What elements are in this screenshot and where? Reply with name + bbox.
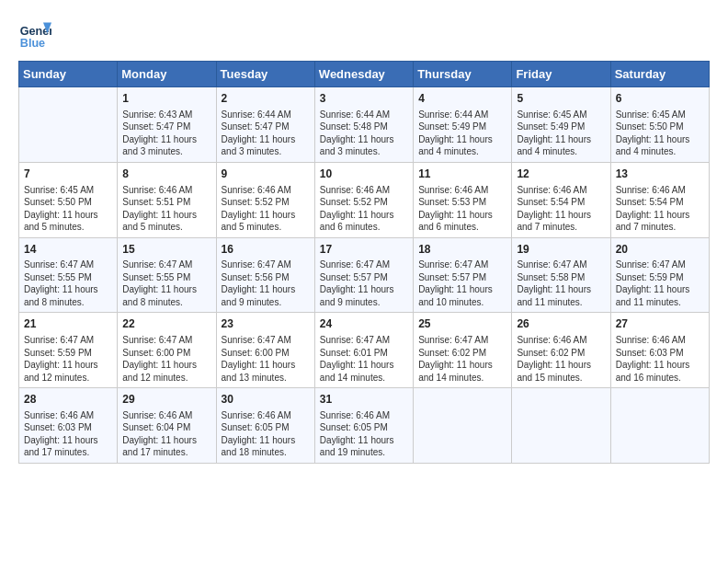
cell-sun-info: Sunrise: 6:46 AMSunset: 5:54 PMDaylight:… <box>616 184 704 234</box>
day-number: 29 <box>122 392 210 408</box>
calendar-cell: 21Sunrise: 6:47 AMSunset: 5:59 PMDayligh… <box>19 313 118 388</box>
calendar-cell: 3Sunrise: 6:44 AMSunset: 5:48 PMDaylight… <box>314 87 413 163</box>
day-number: 5 <box>517 91 605 107</box>
cell-sun-info: Sunrise: 6:46 AMSunset: 6:02 PMDaylight:… <box>517 334 605 384</box>
svg-text:Blue: Blue <box>20 37 45 50</box>
cell-sun-info: Sunrise: 6:47 AMSunset: 5:55 PMDaylight:… <box>122 259 210 308</box>
cell-sun-info: Sunrise: 6:47 AMSunset: 6:02 PMDaylight:… <box>418 334 506 384</box>
calendar-cell: 30Sunrise: 6:46 AMSunset: 6:05 PMDayligh… <box>216 388 314 464</box>
calendar-week-5: 28Sunrise: 6:46 AMSunset: 6:03 PMDayligh… <box>19 388 710 464</box>
day-number: 16 <box>222 242 310 258</box>
cell-sun-info: Sunrise: 6:47 AMSunset: 6:00 PMDaylight:… <box>122 334 210 384</box>
cell-sun-info: Sunrise: 6:47 AMSunset: 5:57 PMDaylight:… <box>320 259 408 308</box>
calendar-cell: 8Sunrise: 6:46 AMSunset: 5:51 PMDaylight… <box>118 162 216 237</box>
calendar-cell: 27Sunrise: 6:46 AMSunset: 6:03 PMDayligh… <box>610 313 709 388</box>
day-number: 11 <box>418 167 506 182</box>
day-number: 31 <box>320 392 408 408</box>
calendar-cell: 19Sunrise: 6:47 AMSunset: 5:58 PMDayligh… <box>512 237 610 313</box>
cell-sun-info: Sunrise: 6:46 AMSunset: 6:03 PMDaylight:… <box>616 334 704 384</box>
calendar-cell: 11Sunrise: 6:46 AMSunset: 5:53 PMDayligh… <box>414 162 512 237</box>
calendar-cell <box>414 388 512 464</box>
cell-sun-info: Sunrise: 6:47 AMSunset: 5:56 PMDaylight:… <box>222 259 310 308</box>
day-number: 23 <box>222 316 310 332</box>
day-number: 14 <box>24 242 112 258</box>
day-number: 22 <box>122 316 210 332</box>
day-header-sunday: Sunday <box>19 62 118 87</box>
calendar-cell: 10Sunrise: 6:46 AMSunset: 5:52 PMDayligh… <box>314 162 413 237</box>
cell-sun-info: Sunrise: 6:45 AMSunset: 5:50 PMDaylight:… <box>616 109 704 158</box>
day-number: 13 <box>616 167 704 182</box>
cell-sun-info: Sunrise: 6:47 AMSunset: 5:59 PMDaylight:… <box>616 259 704 308</box>
calendar-cell: 4Sunrise: 6:44 AMSunset: 5:49 PMDaylight… <box>414 87 512 163</box>
day-number: 26 <box>517 316 605 332</box>
calendar-week-3: 14Sunrise: 6:47 AMSunset: 5:55 PMDayligh… <box>19 237 710 313</box>
cell-sun-info: Sunrise: 6:45 AMSunset: 5:49 PMDaylight:… <box>517 109 605 158</box>
calendar-cell: 16Sunrise: 6:47 AMSunset: 5:56 PMDayligh… <box>216 237 314 313</box>
day-number: 25 <box>418 316 506 332</box>
logo-icon: General Blue <box>18 18 51 52</box>
calendar-cell: 26Sunrise: 6:46 AMSunset: 6:02 PMDayligh… <box>512 313 610 388</box>
day-number: 28 <box>24 392 112 408</box>
cell-sun-info: Sunrise: 6:46 AMSunset: 6:04 PMDaylight:… <box>122 409 210 459</box>
day-header-friday: Friday <box>512 62 610 87</box>
cell-sun-info: Sunrise: 6:43 AMSunset: 5:47 PMDaylight:… <box>122 109 210 158</box>
calendar-cell: 2Sunrise: 6:44 AMSunset: 5:47 PMDaylight… <box>216 87 314 163</box>
cell-sun-info: Sunrise: 6:44 AMSunset: 5:48 PMDaylight:… <box>320 109 408 158</box>
day-number: 18 <box>418 242 506 258</box>
calendar-cell: 1Sunrise: 6:43 AMSunset: 5:47 PMDaylight… <box>118 87 216 163</box>
day-number: 1 <box>122 91 210 107</box>
day-number: 15 <box>122 242 210 258</box>
day-number: 12 <box>517 167 605 182</box>
day-number: 3 <box>320 91 408 107</box>
calendar-cell: 15Sunrise: 6:47 AMSunset: 5:55 PMDayligh… <box>118 237 216 313</box>
day-header-wednesday: Wednesday <box>314 62 413 87</box>
calendar-week-1: 1Sunrise: 6:43 AMSunset: 5:47 PMDaylight… <box>19 87 710 163</box>
cell-sun-info: Sunrise: 6:46 AMSunset: 5:53 PMDaylight:… <box>418 184 506 234</box>
calendar-cell: 31Sunrise: 6:46 AMSunset: 6:05 PMDayligh… <box>314 388 413 464</box>
cell-sun-info: Sunrise: 6:47 AMSunset: 5:58 PMDaylight:… <box>517 259 605 308</box>
day-number: 10 <box>320 167 408 182</box>
calendar-cell: 29Sunrise: 6:46 AMSunset: 6:04 PMDayligh… <box>118 388 216 464</box>
calendar-cell: 25Sunrise: 6:47 AMSunset: 6:02 PMDayligh… <box>414 313 512 388</box>
calendar-cell <box>19 87 118 163</box>
day-header-monday: Monday <box>118 62 216 87</box>
cell-sun-info: Sunrise: 6:46 AMSunset: 6:03 PMDaylight:… <box>24 409 112 459</box>
day-number: 27 <box>616 316 704 332</box>
calendar-cell: 28Sunrise: 6:46 AMSunset: 6:03 PMDayligh… <box>19 388 118 464</box>
day-number: 24 <box>320 316 408 332</box>
day-number: 2 <box>222 91 310 107</box>
cell-sun-info: Sunrise: 6:47 AMSunset: 6:01 PMDaylight:… <box>320 334 408 384</box>
day-number: 7 <box>24 167 112 182</box>
cell-sun-info: Sunrise: 6:47 AMSunset: 6:00 PMDaylight:… <box>222 334 310 384</box>
cell-sun-info: Sunrise: 6:47 AMSunset: 5:57 PMDaylight:… <box>418 259 506 308</box>
page-header: General Blue <box>18 18 710 52</box>
calendar-cell: 7Sunrise: 6:45 AMSunset: 5:50 PMDaylight… <box>19 162 118 237</box>
calendar-cell: 5Sunrise: 6:45 AMSunset: 5:49 PMDaylight… <box>512 87 610 163</box>
cell-sun-info: Sunrise: 6:47 AMSunset: 5:55 PMDaylight:… <box>24 259 112 308</box>
day-header-thursday: Thursday <box>414 62 512 87</box>
calendar-cell: 14Sunrise: 6:47 AMSunset: 5:55 PMDayligh… <box>19 237 118 313</box>
calendar-cell <box>512 388 610 464</box>
calendar-cell: 20Sunrise: 6:47 AMSunset: 5:59 PMDayligh… <box>610 237 709 313</box>
calendar-cell <box>610 388 709 464</box>
calendar-week-2: 7Sunrise: 6:45 AMSunset: 5:50 PMDaylight… <box>19 162 710 237</box>
cell-sun-info: Sunrise: 6:46 AMSunset: 5:52 PMDaylight:… <box>320 184 408 234</box>
day-number: 9 <box>222 167 310 182</box>
calendar-table: SundayMondayTuesdayWednesdayThursdayFrid… <box>18 61 710 464</box>
day-number: 21 <box>24 316 112 332</box>
cell-sun-info: Sunrise: 6:46 AMSunset: 5:51 PMDaylight:… <box>122 184 210 234</box>
calendar-cell: 13Sunrise: 6:46 AMSunset: 5:54 PMDayligh… <box>610 162 709 237</box>
cell-sun-info: Sunrise: 6:47 AMSunset: 5:59 PMDaylight:… <box>24 334 112 384</box>
calendar-cell: 22Sunrise: 6:47 AMSunset: 6:00 PMDayligh… <box>118 313 216 388</box>
cell-sun-info: Sunrise: 6:46 AMSunset: 6:05 PMDaylight:… <box>222 409 310 459</box>
calendar-cell: 12Sunrise: 6:46 AMSunset: 5:54 PMDayligh… <box>512 162 610 237</box>
day-number: 6 <box>616 91 704 107</box>
calendar-cell: 17Sunrise: 6:47 AMSunset: 5:57 PMDayligh… <box>314 237 413 313</box>
day-number: 4 <box>418 91 506 107</box>
calendar-cell: 24Sunrise: 6:47 AMSunset: 6:01 PMDayligh… <box>314 313 413 388</box>
cell-sun-info: Sunrise: 6:46 AMSunset: 6:05 PMDaylight:… <box>320 409 408 459</box>
day-header-saturday: Saturday <box>610 62 709 87</box>
cell-sun-info: Sunrise: 6:44 AMSunset: 5:47 PMDaylight:… <box>222 109 310 158</box>
calendar-cell: 6Sunrise: 6:45 AMSunset: 5:50 PMDaylight… <box>610 87 709 163</box>
day-number: 19 <box>517 242 605 258</box>
